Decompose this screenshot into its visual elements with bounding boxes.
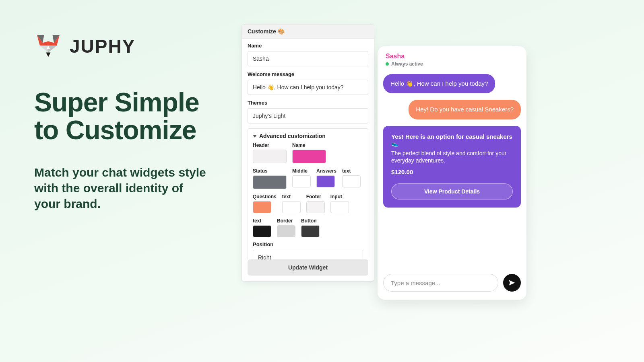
swatch-questions[interactable] — [253, 201, 271, 213]
swatch-border[interactable] — [277, 225, 295, 237]
swatch-label-button: Button — [301, 218, 320, 224]
swatch-grid: Header Name Status Middle Answers text Q… — [253, 142, 363, 237]
swatch-answers-text[interactable] — [342, 175, 361, 187]
swatch-label-answers: Answers — [316, 168, 336, 174]
panel-title-text: Customize 🎨 — [248, 28, 285, 35]
swatch-label-name: Name — [292, 142, 326, 148]
chat-footer — [378, 267, 526, 300]
chat-status: Always active — [391, 61, 423, 67]
logo: JUPHY — [34, 32, 211, 60]
themes-select[interactable] — [248, 108, 368, 123]
juphy-fox-icon — [34, 32, 62, 60]
swatch-label-answers-text: text — [342, 168, 361, 174]
swatch-header[interactable] — [253, 150, 287, 163]
chat-widget-preview: Sasha Always active Hello 👋, How can I h… — [378, 46, 526, 300]
chat-agent-name: Sasha — [386, 53, 518, 60]
swatch-name[interactable] — [292, 150, 326, 163]
swatch-label-middle: Middle — [292, 168, 311, 174]
position-label: Position — [253, 241, 363, 247]
advanced-toggle[interactable]: Advanced customization — [253, 133, 363, 139]
marketing-column: JUPHY Super Simple to Customize Match yo… — [34, 32, 211, 212]
product-card: Yes! Here is an option for casual sneake… — [383, 126, 521, 208]
send-icon — [508, 279, 516, 287]
name-label: Name — [248, 43, 368, 49]
product-price: $120.00 — [391, 169, 513, 175]
swatch-label-footer: Footer — [306, 194, 325, 200]
panel-title: Customize 🎨 — [242, 25, 374, 39]
subheadline: Match your chat widgets style with the o… — [34, 165, 211, 212]
welcome-input[interactable] — [248, 80, 368, 95]
product-description: The perfect blend of style and comfort f… — [391, 150, 513, 165]
position-select[interactable] — [253, 250, 363, 259]
swatch-label-border: Border — [277, 218, 295, 224]
swatch-label-status: Status — [253, 168, 287, 174]
view-product-button[interactable]: View Product Details — [391, 183, 513, 200]
swatch-label-questions-text: text — [282, 194, 301, 200]
swatch-label-input-text: text — [253, 218, 271, 224]
product-title: Yes! Here is an option for casual sneake… — [391, 133, 513, 147]
welcome-label: Welcome message — [248, 71, 368, 77]
advanced-customization-box: Advanced customization Header Name Statu… — [248, 128, 368, 259]
swatch-label-header: Header — [253, 142, 287, 148]
brand-name: JUPHY — [70, 35, 135, 57]
advanced-label: Advanced customization — [259, 133, 326, 139]
update-widget-button[interactable]: Update Widget — [248, 259, 368, 276]
name-input[interactable] — [248, 51, 368, 66]
customize-panel: Customize 🎨 Name Welcome message Themes … — [242, 24, 374, 282]
swatch-label-questions: Questions — [253, 194, 277, 200]
chat-body: Hello 👋, How can I help you today? Hey! … — [378, 71, 526, 267]
swatch-input-text[interactable] — [253, 225, 271, 237]
headline: Super Simple to Customize — [34, 88, 211, 144]
send-button[interactable] — [503, 274, 521, 292]
themes-label: Themes — [248, 100, 368, 106]
chevron-down-icon — [253, 135, 257, 138]
chat-header: Sasha Always active — [378, 46, 526, 71]
svg-marker-5 — [46, 52, 50, 57]
swatch-button[interactable] — [301, 225, 320, 237]
swatch-questions-text[interactable] — [282, 201, 301, 213]
status-dot-icon — [386, 62, 389, 66]
bot-message: Hello 👋, How can I help you today? — [383, 74, 495, 93]
swatch-answers[interactable] — [316, 175, 335, 187]
swatch-footer[interactable] — [306, 201, 325, 213]
swatch-middle[interactable] — [292, 175, 311, 187]
message-input[interactable] — [383, 274, 498, 292]
swatch-status[interactable] — [253, 175, 287, 189]
user-message: Hey! Do you have casual Sneakers? — [409, 100, 521, 119]
swatch-input[interactable] — [330, 201, 349, 213]
swatch-label-input: Input — [330, 194, 349, 200]
